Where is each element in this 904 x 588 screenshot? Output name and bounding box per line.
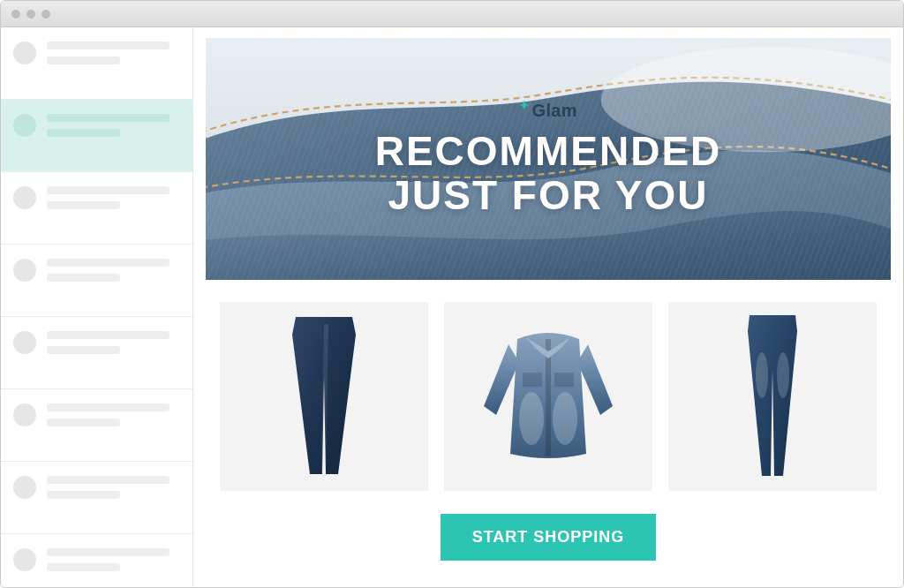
hero-line-1: RECOMMENDED [375,130,722,174]
brand-name: Glam [532,101,577,120]
email-list-item[interactable] [1,389,192,462]
placeholder-line [47,114,170,122]
email-list-item-selected[interactable] [1,100,192,172]
hero-line-2: JUST FOR YOU [375,174,722,218]
sparkle-icon: ✦ [519,98,530,112]
placeholder-line [47,274,120,282]
placeholder-line [47,491,120,499]
hero-banner: ✦Glam RECOMMENDED JUST FOR YOU [206,38,891,281]
jeans-icon [280,315,368,479]
email-list-item[interactable] [1,317,192,389]
product-card[interactable] [220,302,428,491]
email-list-item[interactable] [1,245,192,317]
email-list-item[interactable] [1,27,192,100]
svg-point-11 [777,352,789,398]
avatar [13,41,36,64]
placeholder-line [47,548,170,556]
email-preview-pane: ✦Glam RECOMMENDED JUST FOR YOU [193,27,903,587]
svg-rect-7 [554,373,574,387]
placeholder-line [47,476,170,484]
placeholder-line [47,201,120,209]
browser-window: ✦Glam RECOMMENDED JUST FOR YOU [0,0,904,588]
start-shopping-button[interactable]: START SHOPPING [441,514,657,561]
avatar [13,186,36,209]
brand-logo: ✦Glam [375,101,722,121]
email-list-sidebar [1,27,193,587]
avatar [13,114,36,137]
product-card[interactable] [668,302,877,491]
product-row [206,302,891,491]
avatar [13,403,36,426]
placeholder-line [47,403,170,411]
avatar [13,476,36,499]
product-card[interactable] [444,302,652,491]
window-control-close[interactable] [11,10,20,19]
placeholder-line [47,186,170,194]
denim-jacket-icon [473,321,623,471]
svg-point-9 [553,392,577,445]
window-control-minimize[interactable] [26,10,35,19]
email-list-item[interactable] [1,534,192,587]
placeholder-line [47,129,120,137]
placeholder-line [47,346,120,354]
placeholder-line [47,57,120,64]
window-control-zoom[interactable] [41,10,50,19]
email-list-item[interactable] [1,172,192,245]
placeholder-line [47,418,120,426]
avatar [13,331,36,354]
svg-rect-6 [523,373,542,387]
avatar [13,259,36,282]
placeholder-line [47,331,170,339]
svg-point-8 [519,392,544,445]
placeholder-line [47,563,120,571]
email-list-item[interactable] [1,462,192,534]
avatar [13,548,36,571]
hero-headline: RECOMMENDED JUST FOR YOU [375,130,722,217]
svg-point-10 [756,352,768,398]
placeholder-line [47,259,170,267]
placeholder-line [47,41,170,49]
skinny-jeans-icon [735,313,810,479]
window-titlebar [1,1,903,27]
